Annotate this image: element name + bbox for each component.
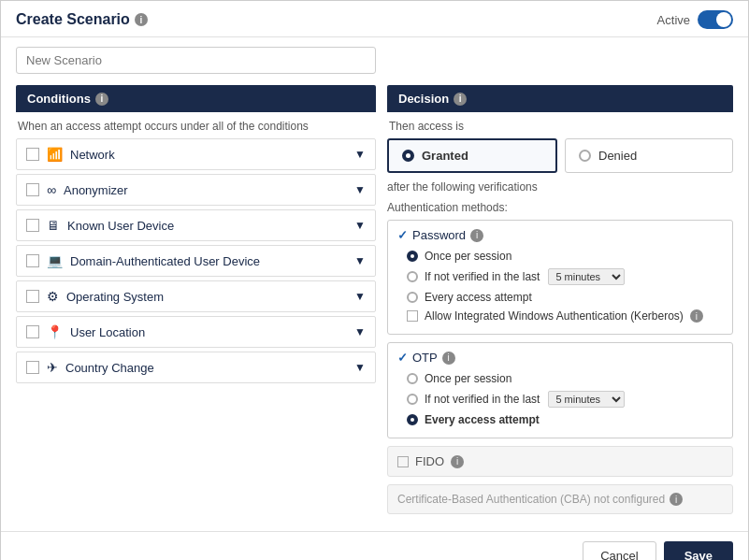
auth-otp-header: ✓ OTP i [397, 351, 723, 365]
otp-if-not-verified[interactable]: If not verified in the last 5 minutes 10… [397, 389, 723, 409]
decision-info-icon[interactable]: i [454, 93, 467, 106]
decision-granted[interactable]: Granted [387, 138, 557, 173]
password-kerberos[interactable]: Allow Integrated Windows Authentication … [397, 308, 723, 324]
otp-info-icon[interactable]: i [442, 352, 455, 365]
decision-denied-radio [579, 150, 591, 162]
password-kerberos-checkbox[interactable] [407, 310, 418, 322]
verifications-text: after the following verifications [387, 180, 733, 194]
decision-title: Decision [398, 92, 449, 106]
auth-password-header: ✓ Password i [397, 228, 723, 242]
decision-granted-radio [402, 150, 414, 162]
condition-known-device[interactable]: 🖥 Known User Device ▼ [16, 209, 376, 241]
cba-info-icon[interactable]: i [670, 493, 683, 506]
save-button[interactable]: Save [664, 541, 733, 560]
otp-minutes-select[interactable]: 5 minutes 10 minutes 15 minutes [548, 391, 625, 408]
otp-once-label: Once per session [425, 372, 511, 385]
password-checkmark: ✓ [397, 228, 408, 242]
condition-domain-device[interactable]: 💻 Domain-Authenticated User Device ▼ [16, 245, 376, 277]
cba-row: Certificate-Based Authentication (CBA) n… [387, 484, 733, 514]
otp-once-radio [407, 373, 418, 384]
auth-password-box: ✓ Password i Once per session If not ver… [387, 220, 733, 335]
condition-network-chevron: ▼ [354, 148, 366, 161]
otp-every-access[interactable]: Every access attempt [397, 411, 723, 428]
kerberos-info-icon[interactable]: i [690, 309, 703, 323]
condition-known-device-label: Known User Device [67, 219, 354, 233]
fido-checkbox[interactable] [397, 456, 409, 467]
condition-user-location-checkbox[interactable] [26, 325, 39, 338]
password-ifnot-radio [407, 271, 418, 282]
decision-denied[interactable]: Denied [565, 138, 733, 173]
condition-user-location[interactable]: 📍 User Location ▼ [16, 316, 376, 348]
condition-anonymizer-label: Anonymizer [64, 183, 354, 197]
password-every-label: Every access attempt [425, 291, 532, 304]
fido-info-icon[interactable]: i [451, 455, 464, 468]
create-scenario-modal: Create Scenario i Active Conditions i Wh… [0, 0, 749, 560]
password-every-radio [407, 292, 418, 303]
modal-footer: Cancel Save [1, 531, 748, 560]
condition-user-location-label: User Location [70, 325, 354, 339]
condition-user-location-chevron: ▼ [354, 325, 366, 338]
gear-icon: ⚙ [47, 289, 59, 304]
modal-title-text: Create Scenario [16, 11, 130, 28]
otp-checkmark: ✓ [397, 351, 408, 365]
condition-os[interactable]: ⚙ Operating System ▼ [16, 280, 376, 312]
password-info-icon[interactable]: i [470, 229, 483, 242]
condition-anonymizer-chevron: ▼ [354, 183, 366, 196]
active-label: Active [657, 13, 690, 27]
monitor-icon: 🖥 [47, 218, 60, 233]
desktop-icon: 💻 [47, 253, 63, 268]
fido-label: FIDO [415, 454, 444, 468]
decision-column: Decision i Then access is Granted Denied… [387, 85, 733, 522]
condition-network[interactable]: 📶 Network ▼ [16, 138, 376, 170]
otp-ifnot-label: If not verified in the last [425, 393, 540, 406]
condition-country-change[interactable]: ✈ Country Change ▼ [16, 352, 376, 383]
condition-os-chevron: ▼ [354, 290, 366, 303]
scenario-name-input[interactable] [16, 47, 376, 74]
auth-otp-box: ✓ OTP i Once per session If not verified… [387, 342, 733, 438]
title-info-icon[interactable]: i [135, 13, 148, 26]
condition-os-checkbox[interactable] [26, 290, 39, 303]
password-once-radio [407, 251, 418, 262]
auth-otp-label: OTP [412, 351, 438, 365]
condition-known-device-chevron: ▼ [354, 219, 366, 232]
otp-ifnot-radio [407, 394, 418, 405]
eye-off-icon: ∞ [47, 182, 56, 197]
password-once-per-session[interactable]: Once per session [397, 248, 723, 265]
conditions-info-icon[interactable]: i [95, 93, 108, 106]
conditions-title: Conditions [27, 92, 91, 106]
condition-domain-device-checkbox[interactable] [26, 254, 39, 267]
main-columns: Conditions i When an access attempt occu… [16, 85, 733, 522]
otp-every-radio [407, 414, 418, 425]
cancel-button[interactable]: Cancel [583, 541, 655, 560]
password-kerberos-label: Allow Integrated Windows Authentication … [425, 309, 684, 323]
decision-header: Decision i [387, 85, 733, 112]
active-toggle-switch[interactable] [698, 10, 733, 29]
plane-icon: ✈ [47, 360, 58, 375]
condition-country-change-chevron: ▼ [354, 361, 366, 374]
condition-network-checkbox[interactable] [26, 148, 39, 161]
condition-anonymizer-checkbox[interactable] [26, 183, 39, 196]
condition-known-device-checkbox[interactable] [26, 219, 39, 232]
condition-os-label: Operating System [66, 290, 354, 304]
password-ifnot-label: If not verified in the last [425, 270, 540, 283]
condition-country-change-label: Country Change [65, 361, 354, 375]
active-toggle-area: Active [657, 10, 733, 29]
condition-anonymizer[interactable]: ∞ Anonymizer ▼ [16, 174, 376, 206]
wifi-icon: 📶 [47, 147, 63, 162]
fido-row[interactable]: FIDO i [387, 446, 733, 477]
condition-domain-device-label: Domain-Authenticated User Device [70, 254, 354, 268]
password-every-access[interactable]: Every access attempt [397, 289, 723, 306]
location-icon: 📍 [47, 324, 63, 339]
password-minutes-select[interactable]: 5 minutes 10 minutes 15 minutes [548, 268, 625, 285]
decision-denied-label: Denied [598, 149, 637, 163]
otp-once-per-session[interactable]: Once per session [397, 370, 723, 387]
cba-label: Certificate-Based Authentication (CBA) n… [397, 493, 665, 506]
password-if-not-verified[interactable]: If not verified in the last 5 minutes 10… [397, 266, 723, 287]
decision-granted-label: Granted [422, 149, 468, 163]
condition-country-change-checkbox[interactable] [26, 361, 39, 374]
condition-domain-device-chevron: ▼ [354, 254, 366, 267]
condition-network-label: Network [70, 148, 354, 162]
conditions-subtext: When an access attempt occurs under all … [16, 112, 376, 138]
otp-every-label: Every access attempt [425, 413, 540, 426]
conditions-column: Conditions i When an access attempt occu… [16, 85, 376, 522]
